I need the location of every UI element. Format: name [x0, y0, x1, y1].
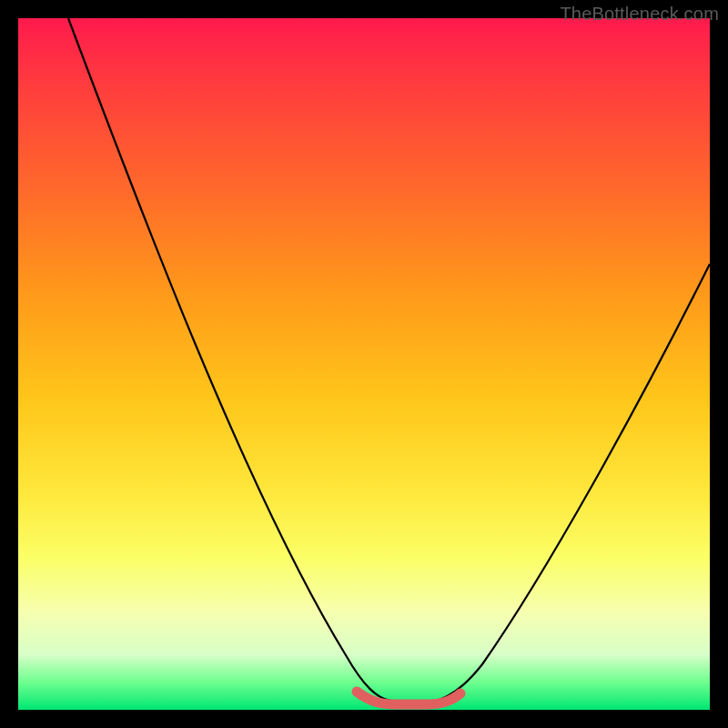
chart-plot-area — [18, 18, 710, 710]
chart-svg — [18, 18, 710, 710]
chart-frame: TheBottleneck.com — [0, 0, 728, 728]
flat-zone-highlight — [357, 692, 460, 704]
watermark-text: TheBottleneck.com — [560, 4, 719, 25]
curve-path — [68, 18, 710, 703]
